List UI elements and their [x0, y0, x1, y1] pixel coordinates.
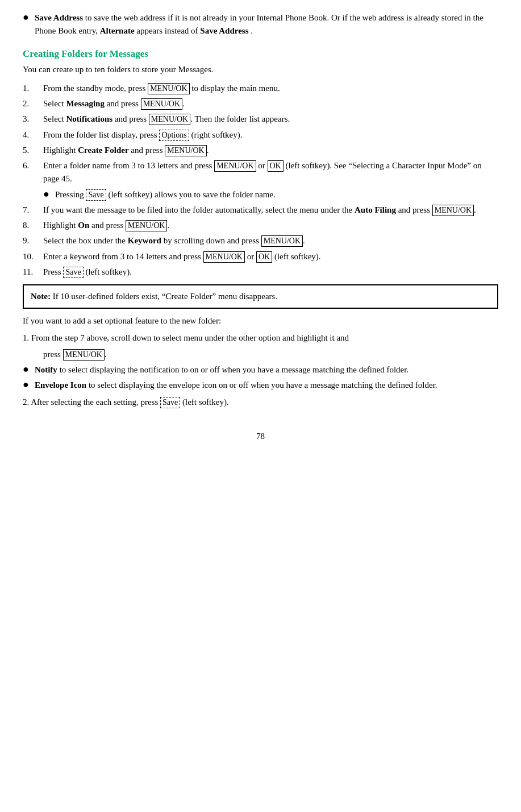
- step-3-content: Select Notifications and press MENU/OK. …: [43, 113, 498, 126]
- step-2: 2. Select Messaging and press MENU/OK.: [23, 97, 498, 110]
- bullet-notify: ● Notify to select displaying the notifi…: [23, 363, 498, 376]
- top-bullet-save-address: ● Save Address to save the web address i…: [23, 11, 498, 38]
- step-7: 7. If you want the message to be filed i…: [23, 204, 498, 217]
- save-address-bold2: Save Address: [200, 26, 248, 35]
- sub-bullet-dot-envelope: ●: [23, 379, 29, 391]
- sub-bullet-envelope-text: Envelope Icon to select displaying the e…: [35, 379, 437, 392]
- note-label: Note:: [31, 292, 51, 301]
- step-11-num: 11.: [23, 266, 43, 279]
- save-address-text2: appears instead of: [136, 26, 200, 35]
- kbd-ok-6: OK: [268, 160, 284, 172]
- step-10-num: 10.: [23, 250, 43, 263]
- note-box: Note: If 10 user-defined folders exist, …: [23, 284, 498, 309]
- messaging-bold: Messaging: [66, 99, 105, 108]
- step-11: 11. Press Save (left softkey).: [23, 266, 498, 279]
- step-10: 10. Enter a keyword from 3 to 14 letters…: [23, 250, 498, 263]
- step-8: 8. Highlight On and press MENU/OK.: [23, 219, 498, 232]
- on-bold: On: [78, 221, 89, 230]
- after-note-para-2: 1. From the step 7 above, scroll down to…: [23, 332, 498, 345]
- step-2-content: Select Messaging and press MENU/OK.: [43, 97, 498, 110]
- top-bullet-text: Save Address to save the web address if …: [35, 11, 498, 38]
- notify-bold: Notify: [35, 365, 57, 374]
- step-1-num: 1.: [23, 82, 43, 95]
- steps-list: 1. From the standby mode, press MENU/OK …: [23, 82, 498, 186]
- kbd-menuok-5: MENU/OK: [165, 145, 206, 156]
- section-heading: Creating Folders for Messages: [23, 48, 498, 60]
- step-6: 6. Enter a folder name from 3 to 13 lett…: [23, 159, 498, 186]
- step-10-content: Enter a keyword from 3 to 14 letters and…: [43, 250, 498, 263]
- kbd-menuok-1: MENU/OK: [148, 83, 189, 94]
- step-6-content: Enter a folder name from 3 to 13 letters…: [43, 159, 498, 186]
- kbd-save-final: Save: [160, 397, 180, 408]
- step-4-content: From the folder list display, press Opti…: [43, 129, 498, 142]
- step-7-content: If you want the message to be filed into…: [43, 204, 498, 217]
- kbd-options: Options: [159, 130, 189, 141]
- step-8-num: 8.: [23, 219, 43, 232]
- kbd-menuok-8: MENU/OK: [126, 220, 167, 231]
- final-para: 2. After selecting the each setting, pre…: [23, 396, 498, 409]
- sub-bullet-save-text: Pressing Save (left softkey) allows you …: [55, 188, 276, 201]
- kbd-save-bullet: Save: [86, 189, 106, 201]
- kbd-menuok-9: MENU/OK: [261, 235, 303, 247]
- save-address-text3: .: [251, 26, 253, 35]
- step-2-num: 2.: [23, 97, 43, 110]
- sub-bullet-dot-1: ●: [43, 188, 49, 200]
- step-8-content: Highlight On and press MENU/OK.: [43, 219, 498, 232]
- step-1: 1. From the standby mode, press MENU/OK …: [23, 82, 498, 95]
- kbd-menuok-7: MENU/OK: [432, 205, 474, 216]
- step-4: 4. From the folder list display, press O…: [23, 129, 498, 142]
- kbd-menuok-2: MENU/OK: [141, 98, 182, 110]
- kbd-ok-10: OK: [256, 251, 272, 263]
- kbd-menuok-10: MENU/OK: [203, 251, 245, 263]
- section-intro: You can create up to ten folders to stor…: [23, 63, 498, 76]
- kbd-menuok-6: MENU/OK: [214, 160, 256, 172]
- steps-list-2: 7. If you want the message to be filed i…: [23, 204, 498, 279]
- step-5-content: Highlight Create Folder and press MENU/O…: [43, 144, 498, 157]
- kbd-menuok-3: MENU/OK: [149, 114, 190, 125]
- kbd-save-11: Save: [63, 267, 83, 278]
- step-9-num: 9.: [23, 234, 43, 247]
- bullet-envelope: ● Envelope Icon to select displaying the…: [23, 379, 498, 392]
- sub-bullet-notify-text: Notify to select displaying the notifica…: [35, 363, 409, 376]
- step-3: 3. Select Notifications and press MENU/O…: [23, 113, 498, 126]
- page-number: 78: [23, 432, 498, 441]
- note-text: If 10 user-defined folders exist, “Creat…: [53, 292, 277, 301]
- keyword-bold: Keyword: [128, 236, 161, 245]
- step-6-num: 6.: [23, 159, 43, 172]
- step-5: 5. Highlight Create Folder and press MEN…: [23, 144, 498, 157]
- alternate-bold: Alternate: [100, 26, 135, 35]
- bullet-dot: ●: [23, 11, 29, 23]
- after-note-para-1: If you want to add a set optional featur…: [23, 314, 498, 328]
- after-note-para-2-indent: press MENU/OK.: [43, 348, 498, 361]
- step-7-num: 7.: [23, 204, 43, 217]
- create-folder-bold: Create Folder: [78, 146, 128, 155]
- notifications-bold: Notifications: [66, 114, 112, 123]
- auto-filing-bold: Auto Filing: [355, 205, 396, 214]
- envelope-icon-bold: Envelope Icon: [35, 380, 86, 390]
- step-9-content: Select the box under the Keyword by scro…: [43, 234, 498, 247]
- bullet-save-folder: ● Pressing Save (left softkey) allows yo…: [43, 188, 498, 201]
- step-1-content: From the standby mode, press MENU/OK to …: [43, 82, 498, 95]
- step-3-num: 3.: [23, 113, 43, 126]
- step-9: 9. Select the box under the Keyword by s…: [23, 234, 498, 247]
- step-11-content: Press Save (left softkey).: [43, 266, 498, 279]
- save-address-bold: Save Address: [35, 13, 83, 22]
- step-5-num: 5.: [23, 144, 43, 157]
- kbd-menuok-after-note: MENU/OK: [63, 349, 105, 361]
- step-4-num: 4.: [23, 129, 43, 142]
- sub-bullet-dot-notify: ●: [23, 363, 29, 375]
